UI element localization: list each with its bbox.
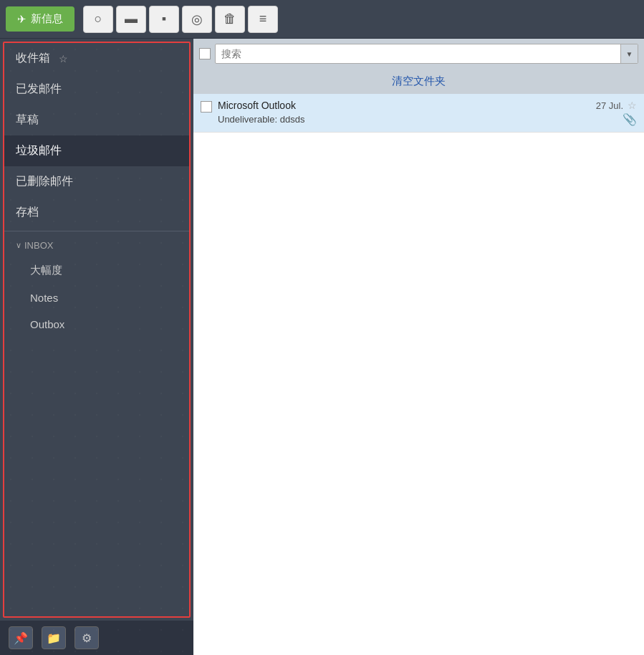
new-message-label: 新信息: [31, 12, 63, 26]
circle-button[interactable]: ○: [83, 6, 113, 33]
sidebar-item-label: 已发邮件: [16, 82, 62, 97]
add-folder-button[interactable]: 📁: [42, 626, 66, 649]
email-date-area: 27 Jul. ☆: [596, 100, 637, 111]
attachment-icon: 📎: [623, 113, 637, 126]
trash-icon: 🗑: [224, 11, 236, 27]
sidebar-subitem-label: Outbox: [30, 318, 64, 330]
sidebar-content: 收件箱 ☆ 已发邮件 草稿 垃圾邮件 已删除邮件 存档: [3, 42, 191, 618]
add-folder-icon: 📁: [47, 631, 61, 645]
select-all-checkbox[interactable]: [199, 48, 211, 59]
sidebar-item-label: 存档: [16, 205, 39, 220]
email-panel: ▼ 清空文件夹 Microsoft Outlook 27 Jul. ☆: [193, 39, 644, 655]
menu-icon: ≡: [259, 11, 267, 27]
empty-folder-bar: 清空文件夹: [193, 69, 644, 94]
empty-folder-link[interactable]: 清空文件夹: [392, 75, 446, 88]
sidebar-item-outbox[interactable]: Outbox: [4, 311, 189, 338]
folder-button[interactable]: ▬: [116, 6, 146, 33]
main-area: 收件箱 ☆ 已发邮件 草稿 垃圾邮件 已删除邮件 存档: [0, 39, 644, 655]
check-button[interactable]: ◎: [182, 6, 212, 33]
sidebar-item-label: 收件箱: [16, 51, 50, 66]
trash-button[interactable]: 🗑: [215, 6, 245, 33]
sidebar-item-junk[interactable]: 垃圾邮件: [4, 135, 189, 166]
circle-icon: ○: [95, 11, 102, 27]
sidebar-subitem-label: 大幅度: [30, 264, 62, 276]
search-dropdown-button[interactable]: ▼: [620, 44, 638, 63]
sidebar-item-notes[interactable]: Notes: [4, 285, 189, 311]
email-sender: Microsoft Outlook: [218, 100, 296, 111]
sidebar-subitem-label: Notes: [30, 292, 58, 304]
email-date: 27 Jul.: [596, 100, 623, 111]
sidebar: 收件箱 ☆ 已发邮件 草稿 垃圾邮件 已删除邮件 存档: [0, 39, 193, 655]
settings-button[interactable]: ⚙: [75, 626, 99, 649]
sidebar-item-largefont[interactable]: 大幅度: [4, 257, 189, 285]
chevron-down-icon: ∨: [16, 241, 21, 250]
sidebar-nav: 收件箱 ☆ 已发邮件 草稿 垃圾邮件 已删除邮件 存档: [4, 43, 189, 338]
email-list: Microsoft Outlook 27 Jul. ☆ Undeliverabl…: [193, 94, 644, 655]
sidebar-item-label: 已删除邮件: [16, 174, 73, 189]
pin-button[interactable]: 📌: [9, 626, 33, 649]
lock-icon: ▪: [162, 11, 166, 27]
search-input-wrapper: ▼: [215, 44, 638, 64]
menu-button[interactable]: ≡: [248, 6, 278, 33]
plane-icon: ✈: [17, 13, 27, 26]
sidebar-item-deleted[interactable]: 已删除邮件: [4, 166, 189, 197]
email-subject: Undeliverable: ddsds: [218, 114, 304, 125]
new-message-button[interactable]: ✈ 新信息: [6, 6, 75, 32]
sidebar-item-drafts[interactable]: 草稿: [4, 105, 189, 135]
toolbar: ✈ 新信息 ○ ▬ ▪ ◎ 🗑 ≡: [0, 0, 644, 39]
sidebar-item-label: 垃圾邮件: [16, 143, 62, 158]
sidebar-bottom: 📌 📁 ⚙: [0, 621, 193, 655]
star-icon[interactable]: ☆: [59, 53, 68, 64]
chevron-down-icon: ▼: [626, 50, 633, 58]
email-checkbox[interactable]: [201, 101, 212, 113]
inbox-group-header: ∨ INBOX: [4, 234, 189, 257]
lock-button[interactable]: ▪: [149, 6, 179, 33]
inbox-group-label: INBOX: [24, 240, 53, 251]
sidebar-divider: [4, 231, 189, 231]
sidebar-item-inbox[interactable]: 收件箱 ☆: [4, 43, 189, 74]
pin-icon: 📌: [14, 631, 28, 645]
search-bar: ▼: [193, 39, 644, 69]
table-row[interactable]: Microsoft Outlook 27 Jul. ☆ Undeliverabl…: [193, 94, 644, 133]
search-input[interactable]: [216, 45, 620, 62]
gear-icon: ⚙: [82, 631, 92, 645]
sidebar-item-archive[interactable]: 存档: [4, 197, 189, 228]
inbox-group: ∨ INBOX 大幅度 Notes Outbox: [4, 234, 189, 338]
star-icon[interactable]: ☆: [628, 100, 637, 111]
email-top-row: Microsoft Outlook 27 Jul. ☆: [218, 100, 637, 111]
folder-icon: ▬: [125, 11, 138, 27]
email-content: Microsoft Outlook 27 Jul. ☆ Undeliverabl…: [218, 100, 637, 126]
check-circle-icon: ◎: [191, 11, 203, 27]
sidebar-item-sent[interactable]: 已发邮件: [4, 74, 189, 105]
sidebar-item-label: 草稿: [16, 113, 39, 128]
